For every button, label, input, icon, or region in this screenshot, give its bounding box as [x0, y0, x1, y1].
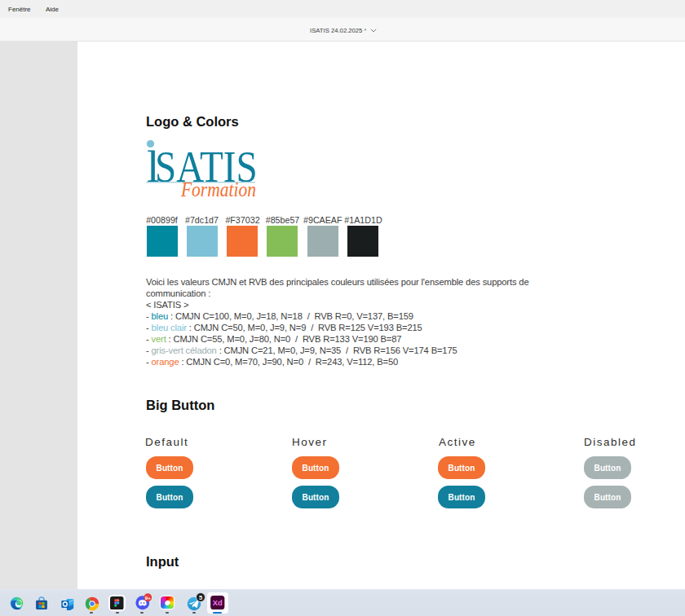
svg-text:Formation: Formation [180, 178, 256, 200]
svg-text:5: 5 [198, 594, 201, 601]
svg-text:Xd: Xd [213, 599, 223, 607]
svg-text:9+: 9+ [144, 594, 150, 600]
